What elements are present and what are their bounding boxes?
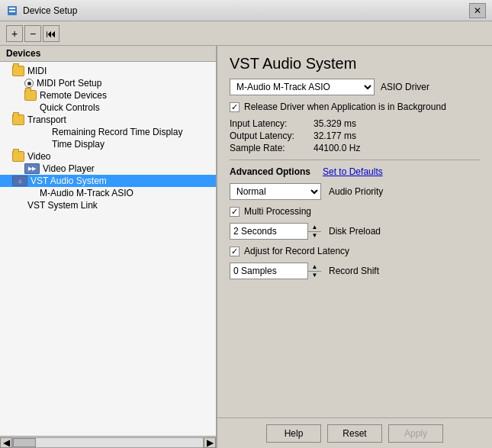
sidebar-item-label: VST System Link bbox=[27, 200, 98, 211]
sidebar-item-vst-audio-system[interactable]: ♫ VST Audio System bbox=[0, 175, 216, 187]
sidebar-item-label: MIDI bbox=[27, 66, 47, 76]
remove-button[interactable]: − bbox=[24, 25, 41, 42]
app-icon bbox=[6, 5, 18, 17]
toolbar: + − ⏮ bbox=[0, 21, 492, 46]
disk-preload-row: 1 Second 2 Seconds 3 Seconds 4 Seconds ▲… bbox=[230, 223, 480, 240]
reset-button[interactable]: Reset bbox=[327, 424, 382, 443]
sidebar-item-midi-port-setup[interactable]: MIDI Port Setup bbox=[0, 77, 216, 89]
folder-icon bbox=[12, 66, 24, 76]
svg-rect-2 bbox=[9, 11, 15, 12]
sidebar-item-label: Video bbox=[27, 151, 50, 162]
device-tree[interactable]: MIDI MIDI Port Setup Remote Devices Quic… bbox=[0, 62, 216, 436]
release-driver-label: Release Driver when Application is in Ba… bbox=[244, 102, 446, 112]
content-area: Devices MIDI MIDI Port Setup Remote Devi… bbox=[0, 46, 492, 448]
record-shift-up-btn[interactable]: ▲ bbox=[308, 263, 321, 272]
sidebar-item-label: VST Audio System bbox=[31, 176, 107, 186]
adjust-record-latency-label: Adjust for Record Latency bbox=[244, 246, 349, 256]
horizontal-scrollbar[interactable]: ◀ ▶ bbox=[0, 436, 216, 448]
disk-preload-label: Disk Preload bbox=[329, 226, 420, 237]
devices-header: Devices bbox=[0, 46, 216, 62]
audio-priority-dropdown-container[interactable]: Normal Boost High bbox=[230, 183, 321, 200]
multi-processing-label: Multi Processing bbox=[244, 206, 311, 217]
input-latency-value: 35.329 ms bbox=[314, 118, 356, 129]
scroll-track[interactable] bbox=[12, 437, 204, 448]
sidebar-item-label: MIDI Port Setup bbox=[37, 78, 101, 89]
window-title: Device Setup bbox=[23, 5, 469, 16]
folder-icon bbox=[12, 151, 24, 162]
sidebar-item-label: M-Audio M-Track ASIO bbox=[40, 188, 133, 198]
record-shift-spinner[interactable]: ▲ ▼ bbox=[230, 263, 321, 279]
device-icon: ▶▶ bbox=[24, 163, 40, 174]
multi-processing-checkbox[interactable] bbox=[230, 207, 240, 217]
output-latency-value: 32.177 ms bbox=[314, 131, 356, 141]
input-latency-label: Input Latency: bbox=[230, 118, 314, 129]
scroll-thumb[interactable] bbox=[13, 438, 36, 447]
sidebar-item-remote-devices[interactable]: Remote Devices bbox=[0, 89, 216, 102]
apply-button[interactable]: Apply bbox=[388, 424, 443, 443]
sidebar-item-label: Time Display bbox=[52, 139, 105, 150]
sample-rate-value: 44100.0 Hz bbox=[314, 143, 360, 153]
title-bar: Device Setup ✕ bbox=[0, 0, 492, 21]
radio-icon bbox=[24, 79, 34, 88]
sample-rate-label: Sample Rate: bbox=[230, 143, 314, 153]
sidebar-item-transport[interactable]: Transport bbox=[0, 114, 216, 126]
disk-preload-up-btn[interactable]: ▲ bbox=[308, 223, 321, 232]
svg-rect-1 bbox=[9, 8, 15, 9]
separator-1 bbox=[230, 160, 480, 160]
record-shift-down-btn[interactable]: ▼ bbox=[308, 272, 321, 280]
release-driver-row: Release Driver when Application is in Ba… bbox=[230, 102, 480, 112]
audio-priority-select[interactable]: Normal Boost High bbox=[230, 183, 321, 200]
input-latency-row: Input Latency: 35.329 ms bbox=[230, 118, 480, 129]
vst-content: M-Audio M-Track ASIO ASIO Driver Release… bbox=[217, 79, 492, 417]
help-button[interactable]: Help bbox=[266, 424, 321, 443]
sidebar-item-label: Remote Devices bbox=[40, 90, 107, 101]
sidebar-item-video-player[interactable]: ▶▶ Video Player bbox=[0, 163, 216, 175]
asio-driver-row: M-Audio M-Track ASIO ASIO Driver bbox=[230, 79, 480, 95]
sidebar-item-time-display[interactable]: Time Display bbox=[0, 138, 216, 150]
record-shift-spinner-btns: ▲ ▼ bbox=[307, 263, 321, 279]
scroll-left-btn[interactable]: ◀ bbox=[0, 437, 12, 448]
disk-preload-spinner[interactable]: 1 Second 2 Seconds 3 Seconds 4 Seconds ▲… bbox=[230, 223, 321, 240]
advanced-options-label: Advanced Options bbox=[230, 166, 310, 177]
panel-title: VST Audio System bbox=[217, 46, 492, 79]
release-driver-checkbox[interactable] bbox=[230, 102, 240, 112]
multi-processing-row: Multi Processing bbox=[230, 206, 480, 217]
record-shift-row: ▲ ▼ Record Shift bbox=[230, 263, 480, 279]
audio-priority-label: Audio Priority bbox=[329, 186, 420, 197]
sidebar-item-m-audio[interactable]: M-Audio M-Track ASIO bbox=[0, 187, 216, 199]
sidebar-item-video[interactable]: Video bbox=[0, 150, 216, 163]
latency-info: Input Latency: 35.329 ms Output Latency:… bbox=[230, 118, 480, 153]
reset-button[interactable]: ⏮ bbox=[43, 25, 59, 42]
bottom-bar: Help Reset Apply bbox=[217, 417, 492, 448]
adjust-record-latency-row: Adjust for Record Latency bbox=[230, 246, 480, 256]
asio-driver-dropdown-container[interactable]: M-Audio M-Track ASIO bbox=[230, 79, 375, 95]
disk-preload-down-btn[interactable]: ▼ bbox=[308, 232, 321, 240]
scroll-right-btn[interactable]: ▶ bbox=[204, 437, 216, 448]
sample-rate-row: Sample Rate: 44100.0 Hz bbox=[230, 143, 480, 153]
add-button[interactable]: + bbox=[6, 25, 23, 42]
sidebar-item-label: Quick Controls bbox=[40, 102, 100, 113]
main-container: + − ⏮ Devices MIDI MIDI Port Setup bbox=[0, 21, 492, 448]
sidebar-item-label: Transport bbox=[27, 114, 66, 125]
audio-priority-row: Normal Boost High Audio Priority bbox=[230, 183, 480, 200]
sidebar-item-vst-system-link[interactable]: VST System Link bbox=[0, 199, 216, 211]
asio-driver-select[interactable]: M-Audio M-Track ASIO bbox=[230, 79, 375, 95]
disk-preload-spinner-btns: ▲ ▼ bbox=[307, 223, 321, 240]
output-latency-row: Output Latency: 32.177 ms bbox=[230, 131, 480, 141]
set-to-defaults-link[interactable]: Set to Defaults bbox=[323, 166, 383, 177]
output-latency-label: Output Latency: bbox=[230, 131, 314, 141]
sidebar-item-label: Remaining Record Time Display bbox=[52, 127, 182, 137]
advanced-options-row: Advanced Options Set to Defaults bbox=[230, 166, 480, 177]
sidebar-item-midi[interactable]: MIDI bbox=[0, 65, 216, 77]
left-panel: Devices MIDI MIDI Port Setup Remote Devi… bbox=[0, 46, 217, 448]
sidebar-item-label: Video Player bbox=[43, 163, 95, 174]
close-button[interactable]: ✕ bbox=[469, 3, 486, 18]
vst-icon: ♫ bbox=[12, 176, 27, 186]
adjust-record-latency-checkbox[interactable] bbox=[230, 247, 240, 256]
sidebar-item-quick-controls[interactable]: Quick Controls bbox=[0, 102, 216, 114]
sidebar-item-remaining-record[interactable]: Remaining Record Time Display bbox=[0, 126, 216, 138]
record-shift-label: Record Shift bbox=[329, 266, 420, 276]
folder-icon bbox=[24, 90, 37, 101]
folder-icon bbox=[12, 114, 24, 125]
right-panel: VST Audio System M-Audio M-Track ASIO AS… bbox=[217, 46, 492, 448]
